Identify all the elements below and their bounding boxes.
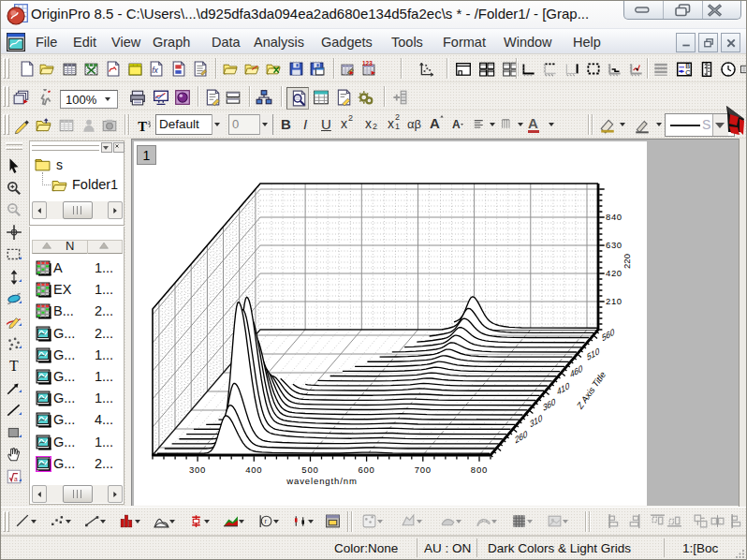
svg-text:Z Axis Title: Z Axis Title bbox=[575, 369, 607, 411]
svg-text:wavelength/nm: wavelength/nm bbox=[286, 476, 358, 486]
svg-text:fx: fx bbox=[152, 66, 158, 75]
svg-text:600: 600 bbox=[358, 464, 374, 475]
svg-text:840: 840 bbox=[606, 212, 622, 222]
svg-text:700: 700 bbox=[415, 464, 432, 475]
svg-text:310: 310 bbox=[530, 412, 543, 430]
svg-text:T: T bbox=[138, 119, 147, 134]
svg-text:T: T bbox=[9, 358, 19, 374]
svg-text:500: 500 bbox=[301, 464, 318, 475]
svg-text:800: 800 bbox=[471, 464, 488, 475]
svg-text:630: 630 bbox=[606, 240, 622, 250]
svg-text:460: 460 bbox=[570, 362, 583, 380]
svg-text:C: C bbox=[685, 68, 690, 77]
svg-text:a: a bbox=[14, 476, 18, 482]
svg-text:560: 560 bbox=[602, 326, 615, 344]
svg-text:300: 300 bbox=[189, 464, 206, 475]
svg-text:220: 220 bbox=[622, 254, 632, 269]
svg-text:r: r bbox=[264, 517, 267, 525]
svg-text:510: 510 bbox=[587, 345, 600, 362]
svg-text:360: 360 bbox=[543, 395, 556, 413]
svg-text:400: 400 bbox=[245, 464, 262, 475]
svg-text:410: 410 bbox=[557, 379, 570, 397]
svg-text:420: 420 bbox=[606, 268, 622, 278]
svg-text:123: 123 bbox=[362, 61, 373, 66]
svg-text:210: 210 bbox=[606, 296, 622, 306]
svg-text:260: 260 bbox=[515, 428, 528, 446]
